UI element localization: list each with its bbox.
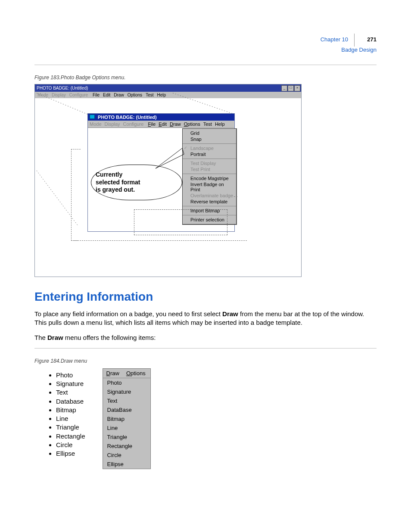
draw-menu-item[interactable]: Text	[103, 396, 150, 405]
outer-title: PHOTO BADGE: (Untitled)	[37, 86, 88, 90]
list-item: Ellipse	[56, 449, 85, 458]
maximize-icon[interactable]: □	[288, 85, 294, 91]
chapter-label: Chapter 10	[321, 36, 348, 43]
draw-menu-item[interactable]: Photo	[103, 378, 150, 387]
list-item: Triangle	[56, 423, 85, 432]
draw-menu-item[interactable]: Bitmap	[103, 414, 150, 423]
paragraph-2: The Draw menu offers the following items…	[34, 333, 377, 342]
figure-183-caption: Figure 183.Photo Badge Options menu.	[34, 75, 377, 81]
inner-title: PHOTO BADGE: (Untitled)	[98, 115, 157, 120]
list-item: Text	[56, 388, 85, 397]
menu-item-encode-magstripe[interactable]: Encode Magstripe	[183, 175, 236, 181]
menu-item-grid[interactable]: Grid	[183, 130, 236, 136]
list-item: Photo	[56, 371, 85, 380]
paragraph-1: To place any field information on a badg…	[34, 310, 377, 327]
figure-184: Photo Signature Text Database Bitmap Lin…	[34, 368, 377, 469]
menu-item-reverse-template[interactable]: Reverse template	[183, 199, 236, 205]
list-item: Circle	[56, 441, 85, 449]
draw-menu-item[interactable]: Triangle	[103, 432, 150, 442]
draw-menu: Draw Options Photo Signature Text DataBa…	[103, 368, 151, 469]
section-heading: Entering Information	[34, 290, 377, 304]
page-header: Chapter 10 271 Badge Design	[321, 34, 377, 53]
page-number: 271	[367, 36, 377, 43]
menu-item-snap[interactable]: Snap	[183, 136, 236, 142]
figure-184-caption: Figure 184.Draw menu	[34, 358, 377, 364]
close-icon[interactable]: ×	[294, 85, 300, 91]
list-item: Database	[56, 397, 85, 406]
outer-menubar[interactable]: ModeDisplayConfigure FileEditDrawOptions…	[35, 92, 301, 98]
menu-head-options[interactable]: Options	[123, 369, 149, 378]
draw-menu-item[interactable]: Line	[103, 423, 150, 432]
menu-head-draw[interactable]: Draw	[103, 369, 123, 378]
draw-menu-item[interactable]: Ellipse	[103, 460, 150, 469]
draw-menu-item[interactable]: Circle	[103, 451, 150, 460]
menu-item-invert-badge[interactable]: Invert Badge on Print	[183, 181, 236, 193]
draw-menu-item[interactable]: Signature	[103, 387, 150, 396]
list-item: Rectangle	[56, 432, 85, 441]
draw-menu-item[interactable]: Rectangle	[103, 442, 150, 451]
draw-items-list: Photo Signature Text Database Bitmap Lin…	[56, 371, 85, 458]
draw-menu-item[interactable]: DataBase	[103, 405, 150, 414]
menu-item-overlaminate[interactable]: Overlaminate badge	[183, 193, 236, 199]
outer-titlebar: PHOTO BADGE: (Untitled) _ □ ×	[35, 84, 301, 92]
list-item: Signature	[56, 380, 85, 388]
chapter-subtitle: Badge Design	[341, 47, 377, 53]
list-item: Bitmap	[56, 406, 85, 414]
figure-183: PHOTO BADGE: (Untitled) _ □ × ModeDispla…	[34, 84, 302, 277]
list-item: Line	[56, 414, 85, 423]
inner-titlebar: PHOTO BADGE: (Untitled)	[88, 114, 234, 121]
callout-pointer-icon	[152, 145, 191, 171]
inner-menubar[interactable]: ModeDisplayConfigure FileEditDrawOptions…	[88, 121, 234, 128]
selection-box	[134, 209, 227, 235]
minimize-icon[interactable]: _	[281, 85, 287, 91]
